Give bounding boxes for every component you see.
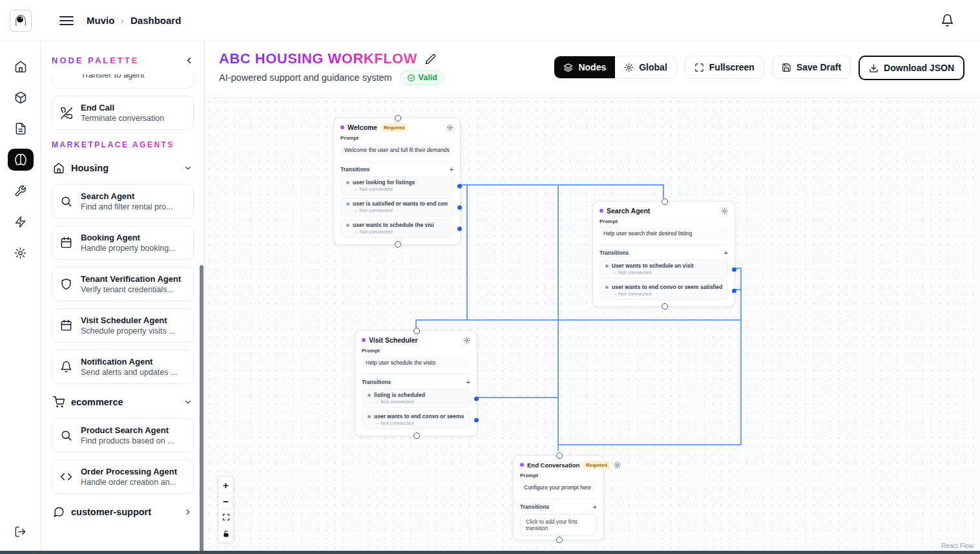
group-customer-support[interactable]: customer-support	[52, 501, 194, 523]
palette-item-visit-scheduler-agent[interactable]: Visit Scheduler AgentSchedule property v…	[52, 308, 194, 343]
palette-item-product-search-agent[interactable]: Product Search AgentFind products based …	[52, 418, 194, 453]
fullscreen-button[interactable]: Fullscreen	[685, 56, 764, 79]
palette-item-subtitle: Send alerts and updates ...	[81, 367, 177, 378]
save-draft-button[interactable]: Save Draft	[772, 56, 851, 79]
connection-handle[interactable]	[732, 267, 736, 272]
palette-item-title: End Call	[81, 102, 164, 113]
palette-item-title: Notification Agent	[81, 356, 177, 367]
palette-item-subtitle: Handle property booking...	[81, 243, 176, 253]
connection-handle[interactable]	[474, 418, 479, 422]
palette-item-search-agent[interactable]: Search AgentFind and filter rental pro..…	[52, 184, 194, 218]
node-settings-icon[interactable]	[614, 462, 621, 469]
transition-dot	[346, 224, 349, 227]
workflow-node-search-agent[interactable]: Search Agent Prompt Help user search the…	[592, 201, 735, 307]
palette-item-subtitle: Verify tenant credentials...	[81, 284, 181, 295]
workflows-brain-icon[interactable]	[8, 149, 34, 171]
transitions-label: Transitions	[520, 504, 549, 510]
tools-wrench-icon[interactable]	[8, 180, 34, 202]
palette-item-notification-agent[interactable]: Notification AgentSend alerts and update…	[52, 350, 194, 384]
node-title: Search Agent	[607, 207, 650, 215]
palette-item-booking-agent[interactable]: Booking AgentHandle property booking...	[52, 226, 194, 260]
prompt-label: Prompt	[340, 135, 454, 142]
palette-item-tenant-verification-agent[interactable]: Tenant Verification AgentVerify tenant c…	[52, 267, 194, 301]
lock-button[interactable]	[219, 526, 233, 542]
add-first-transition-button[interactable]: Click to add your first transition	[520, 514, 597, 536]
nodes-tab-button[interactable]: Nodes	[554, 56, 615, 78]
menu-toggle-icon[interactable]	[59, 16, 74, 26]
transition-row[interactable]: user wants to end convo or seem satisfie…	[599, 281, 728, 300]
transition-row[interactable]: user wants to end convo or seems satisfi…	[362, 410, 470, 429]
zoom-in-button[interactable]: +	[219, 477, 233, 493]
transition-status: → Not connected	[605, 270, 722, 276]
download-json-button[interactable]: Download JSON	[859, 56, 964, 80]
group-label: ecommerce	[71, 397, 123, 407]
breadcrumb-separator: ›	[121, 16, 124, 26]
save-icon	[782, 63, 791, 72]
prompt-text[interactable]: Welcome the user and full fil their dema…	[340, 144, 454, 156]
add-transition-icon[interactable]: +	[724, 250, 728, 256]
view-segmented-control: Nodes Global	[554, 56, 676, 79]
add-transition-icon[interactable]: +	[466, 379, 470, 385]
notifications-bell-icon[interactable]	[941, 14, 954, 27]
horizontal-scrollbar[interactable]	[0, 551, 980, 554]
document-icon[interactable]	[8, 118, 34, 140]
workflow-header: ABC HOUSING WORKFLOW AI-powered support …	[205, 41, 980, 97]
palette-item-subtitle: Schedule property visits ...	[81, 326, 176, 336]
palette-item-order-processing-agent[interactable]: Order Processing AgentHandle order creat…	[52, 460, 194, 494]
breadcrumb-page[interactable]: Dashboard	[130, 15, 181, 26]
transition-dot	[346, 202, 349, 206]
global-tab-button[interactable]: Global	[615, 56, 676, 78]
prompt-text[interactable]: Help user search their desired listing	[599, 227, 728, 240]
workflow-subtitle: AI-powered support and guidance system	[219, 72, 392, 83]
transition-row[interactable]: user wants to schedule the visi → Not co…	[340, 219, 454, 238]
phone-off-icon	[60, 107, 73, 120]
connection-handle[interactable]	[457, 226, 462, 231]
status-badge: Valid	[400, 70, 444, 85]
add-transition-icon[interactable]: +	[593, 504, 597, 510]
logout-icon[interactable]	[8, 520, 34, 542]
group-label: Housing	[71, 163, 109, 173]
home-icon[interactable]	[8, 56, 34, 78]
connection-handle[interactable]	[474, 396, 479, 401]
react-flow-attribution: React Flow	[941, 542, 974, 549]
transition-row[interactable]: user is satisfied or wants to end conver…	[340, 198, 454, 217]
connection-handle[interactable]	[457, 205, 462, 209]
transition-status: → Not connected	[346, 229, 448, 235]
workflow-node-welcome[interactable]: Welcome Required Prompt Welcome the user…	[333, 118, 461, 245]
prompt-text[interactable]: Help user schedule the visits	[362, 356, 470, 369]
node-status-dot	[520, 463, 524, 467]
palette-scrollbar[interactable]	[200, 265, 203, 554]
transition-row[interactable]: listing is scheduled → Not connected	[362, 389, 470, 408]
transition-row[interactable]: User wants to schedule an visit → Not co…	[599, 260, 728, 279]
transition-row[interactable]: user looking for listings → Not connecte…	[340, 176, 454, 195]
palette-item-end-call[interactable]: End CallTerminate conversation	[52, 96, 194, 130]
palette-item-subtitle: Find products based on ...	[81, 436, 174, 446]
cart-icon	[53, 396, 65, 408]
add-transition-icon[interactable]: +	[450, 166, 454, 173]
group-ecommerce[interactable]: ecommerce	[52, 391, 194, 413]
fullscreen-icon	[694, 63, 704, 72]
prompt-text[interactable]: Configure your prompt here	[520, 481, 597, 494]
node-status-dot	[599, 209, 603, 213]
settings-gear-icon[interactable]	[8, 242, 34, 264]
workflow-canvas[interactable]: Welcome Required Prompt Welcome the user…	[205, 97, 980, 554]
fit-view-button[interactable]	[219, 509, 233, 526]
package-icon[interactable]	[8, 87, 34, 109]
zap-icon[interactable]	[8, 211, 34, 233]
group-housing[interactable]: Housing	[52, 157, 194, 179]
workflow-node-visit-scheduler[interactable]: Visit Scheduler Prompt Help user schedul…	[355, 330, 477, 436]
connection-handle[interactable]	[732, 288, 736, 293]
zoom-out-button[interactable]: −	[219, 493, 233, 509]
connection-handle[interactable]	[457, 184, 462, 188]
edit-title-icon[interactable]	[425, 54, 436, 65]
palette-item-clipped[interactable]: Transfer to agent	[52, 74, 194, 89]
required-badge: Required	[583, 461, 610, 469]
node-settings-icon[interactable]	[463, 337, 470, 344]
prompt-label: Prompt	[362, 348, 470, 354]
workflow-node-end-conversation[interactable]: End Conversation Required Prompt Configu…	[513, 455, 604, 540]
node-settings-icon[interactable]	[446, 124, 454, 131]
palette-collapse-icon[interactable]	[184, 56, 194, 65]
breadcrumb-brand[interactable]: Muvio	[87, 15, 114, 26]
search-icon	[60, 429, 73, 442]
node-settings-icon[interactable]	[721, 208, 728, 215]
